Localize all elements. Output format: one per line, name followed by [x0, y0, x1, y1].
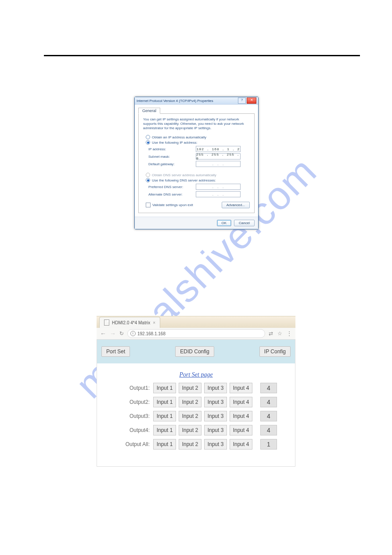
advanced-button[interactable]: Advanced...	[222, 202, 250, 208]
browser-tab[interactable]: HDMI2.0 4*4 Matrix ×	[99, 317, 160, 328]
output-row: Output2:Input 1Input 2Input 3Input 44	[119, 397, 295, 407]
input-select-button[interactable]: Input 2	[179, 383, 201, 393]
output-row: Output3:Input 1Input 2Input 3Input 44	[119, 411, 295, 421]
current-input-value: 4	[260, 383, 277, 393]
dialog-title: Internet Protocol Version 4 (TCP/IPv4) P…	[137, 99, 213, 103]
close-button[interactable]: ✕	[247, 98, 256, 104]
tab-general[interactable]: General	[138, 108, 160, 114]
input-select-button[interactable]: Input 1	[153, 425, 176, 435]
radio-obtain-dns-auto	[146, 173, 150, 177]
label-obtain-dns-auto: Obtain DNS server address automatically	[152, 173, 216, 177]
input-select-button[interactable]: Input 3	[204, 411, 227, 421]
current-input-value: 4	[260, 425, 277, 435]
url-input[interactable]: i 192.168.1.168	[127, 329, 265, 338]
output-label: Output All:	[119, 441, 150, 447]
radio-obtain-ip-auto[interactable]	[146, 135, 150, 139]
input-preferred-dns[interactable]: . . .	[196, 184, 241, 190]
label-obtain-ip-auto: Obtain an IP address automatically	[152, 135, 206, 139]
input-select-button[interactable]: Input 4	[230, 383, 252, 393]
label-alternate-dns: Alternate DNS server:	[148, 192, 196, 196]
input-select-button[interactable]: Input 1	[153, 383, 176, 393]
translate-icon[interactable]: ⇄	[269, 330, 273, 337]
cancel-button[interactable]: Cancel	[234, 220, 255, 226]
port-set-button[interactable]: Port Set	[101, 346, 130, 357]
ip-config-button[interactable]: IP Config	[259, 346, 291, 357]
output-row: Output4:Input 1Input 2Input 3Input 44	[119, 425, 295, 435]
input-select-button[interactable]: Input 1	[153, 439, 176, 450]
horizontal-rule	[44, 55, 360, 56]
site-info-icon[interactable]: i	[130, 331, 136, 336]
url-text: 192.168.1.168	[137, 331, 165, 336]
tab-title: HDMI2.0 4*4 Matrix	[112, 320, 150, 325]
current-input-value: 1	[260, 439, 277, 450]
label-subnet-mask: Subnet mask:	[148, 155, 196, 159]
radio-use-dns[interactable]	[146, 178, 150, 182]
edid-config-button[interactable]: EDID Config	[175, 346, 214, 357]
input-select-button[interactable]: Input 2	[179, 397, 201, 407]
output-label: Output3:	[119, 413, 150, 419]
label-preferred-dns: Preferred DNS server:	[148, 185, 196, 189]
bookmark-star-icon[interactable]: ☆	[277, 330, 282, 337]
output-label: Output1:	[119, 385, 150, 391]
radio-use-ip[interactable]	[146, 140, 150, 145]
input-select-button[interactable]: Input 3	[204, 425, 227, 435]
page-content: Port Set EDID Config IP Config Port Set …	[97, 340, 295, 467]
output-label: Output4:	[119, 427, 150, 433]
output-label: Output2:	[119, 399, 150, 405]
description-text: You can get IP settings assigned automat…	[143, 117, 250, 131]
page-title: Port Set page	[97, 371, 295, 378]
browser-window: HDMI2.0 4*4 Matrix × ← → ↻ i 192.168.1.1…	[97, 316, 295, 467]
nav-forward-button: →	[110, 330, 116, 337]
nav-bar: Port Set EDID Config IP Config	[97, 340, 295, 363]
input-select-button[interactable]: Input 4	[230, 397, 252, 407]
input-select-button[interactable]: Input 2	[179, 439, 201, 450]
label-ip-address: IP address:	[148, 147, 196, 151]
page-icon	[104, 319, 109, 326]
label-validate-on-exit: Validate settings upon exit	[152, 203, 193, 207]
input-select-button[interactable]: Input 2	[179, 411, 201, 421]
dialog-titlebar: Internet Protocol Version 4 (TCP/IPv4) P…	[135, 97, 258, 105]
input-select-button[interactable]: Input 1	[153, 411, 176, 421]
current-input-value: 4	[260, 397, 277, 407]
current-input-value: 4	[260, 411, 277, 421]
browser-tabstrip: HDMI2.0 4*4 Matrix ×	[97, 316, 295, 328]
input-select-button[interactable]: Input 3	[204, 397, 227, 407]
input-select-button[interactable]: Input 3	[204, 383, 227, 393]
output-row: Output1:Input 1Input 2Input 3Input 44	[119, 383, 295, 393]
label-use-dns: Use the following DNS server addresses:	[152, 178, 216, 182]
input-select-button[interactable]: Input 4	[230, 439, 252, 450]
ok-button[interactable]: OK	[217, 220, 232, 226]
reload-button[interactable]: ↻	[119, 330, 124, 337]
help-button[interactable]: ?	[238, 98, 246, 104]
input-select-button[interactable]: Input 4	[230, 425, 252, 435]
address-bar: ← → ↻ i 192.168.1.168 ⇄ ☆ ⋮	[97, 328, 295, 340]
output-row: Output All:Input 1Input 2Input 3Input 41	[119, 439, 295, 450]
input-alternate-dns[interactable]: . . .	[196, 191, 241, 197]
label-use-ip: Use the following IP address:	[152, 141, 197, 145]
tab-close-icon[interactable]: ×	[153, 320, 155, 325]
label-default-gateway: Default gateway:	[148, 162, 196, 166]
input-ip-address[interactable]: 192 . 168 . 1 . 2	[196, 146, 241, 152]
input-select-button[interactable]: Input 3	[204, 439, 227, 450]
input-select-button[interactable]: Input 1	[153, 397, 176, 407]
checkbox-validate-on-exit[interactable]	[146, 203, 151, 207]
browser-menu-icon[interactable]: ⋮	[287, 330, 292, 337]
input-select-button[interactable]: Input 4	[230, 411, 252, 421]
input-default-gateway[interactable]: . . .	[196, 161, 241, 167]
ipv4-properties-dialog: Internet Protocol Version 4 (TCP/IPv4) P…	[134, 97, 259, 229]
input-subnet-mask[interactable]: 255 . 255 . 255 . 0	[196, 153, 241, 160]
input-select-button[interactable]: Input 2	[179, 425, 201, 435]
nav-back-button[interactable]: ←	[100, 330, 106, 337]
